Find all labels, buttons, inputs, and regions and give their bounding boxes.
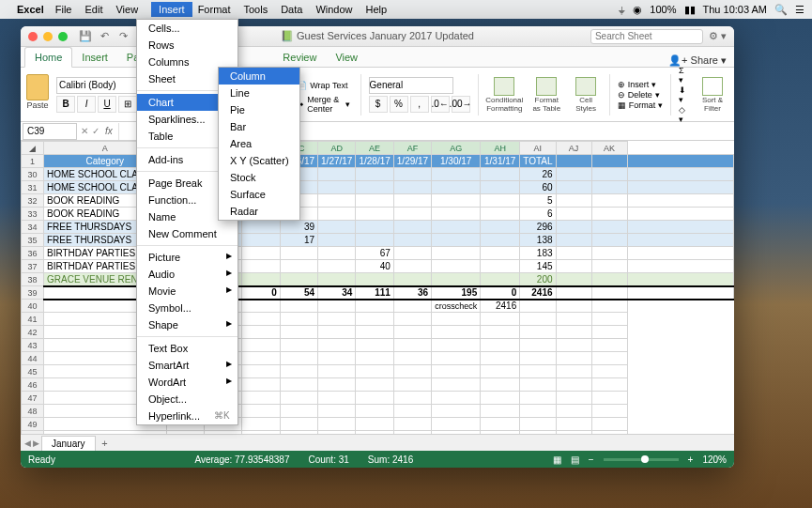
menu-item-shape[interactable]: Shape (137, 316, 237, 333)
table-row[interactable]: 49 (22, 418, 734, 431)
chart-type-radar[interactable]: Radar (219, 203, 299, 220)
underline-button[interactable]: U (98, 96, 116, 113)
format-as-table-button[interactable]: Format as Table (530, 77, 562, 113)
table-row[interactable]: 44 (22, 352, 734, 365)
chart-type-area[interactable]: Area (219, 135, 299, 152)
table-row[interactable]: 36BIRTHDAY PARTIES2767183 (22, 247, 734, 260)
tab-view[interactable]: View (326, 48, 367, 67)
col-header[interactable]: AI (520, 142, 556, 155)
table-row[interactable]: 41 (22, 313, 734, 326)
menu-help[interactable]: Help (366, 4, 388, 15)
table-row[interactable]: 50 (22, 431, 734, 435)
format-cells-button[interactable]: ▦ Format ▾ (618, 100, 664, 110)
menu-item-object[interactable]: Object... (137, 391, 237, 408)
paste-button[interactable]: Paste (26, 74, 49, 115)
col-header[interactable]: AF (393, 142, 431, 155)
view-normal-icon[interactable]: ▦ (553, 454, 561, 465)
menu-item-textbox[interactable]: Text Box (137, 340, 237, 357)
number-format-select[interactable] (369, 77, 453, 94)
chart-type-surface[interactable]: Surface (219, 186, 299, 203)
tab-insert[interactable]: Insert (72, 48, 117, 67)
decrease-decimal-button[interactable]: .00→ (452, 96, 470, 113)
currency-button[interactable]: $ (369, 96, 388, 113)
conditional-formatting-button[interactable]: Conditional Formatting (485, 77, 523, 113)
menu-item-newcomment[interactable]: New Comment (137, 225, 237, 242)
sort-filter-button[interactable]: Sort & Filter (697, 77, 728, 113)
increase-decimal-button[interactable]: .0← (431, 96, 450, 113)
menu-format[interactable]: Format (198, 4, 231, 15)
insert-cells-button[interactable]: ⊕ Insert ▾ (618, 80, 664, 89)
menu-item-picture[interactable]: Picture (137, 249, 237, 266)
zoom-in-button[interactable]: + (688, 454, 694, 465)
table-row[interactable]: 40crosscheck2416 (22, 300, 734, 313)
minimize-button[interactable] (43, 32, 53, 41)
save-icon[interactable]: 💾 (79, 30, 92, 43)
menu-file[interactable]: File (55, 4, 72, 15)
table-row[interactable]: 32BOOK READING5 (22, 194, 734, 208)
tab-review[interactable]: Review (273, 48, 326, 67)
bold-button[interactable]: B (56, 96, 75, 113)
menu-view[interactable]: View (115, 4, 138, 15)
totals-row[interactable]: 39TOTA15160054341113619502416 (22, 286, 734, 300)
menu-item-audio[interactable]: Audio (137, 266, 237, 283)
table-row[interactable]: 31HOME SCHOOL CLASSES60 (22, 181, 734, 194)
table-row[interactable]: 47 (22, 392, 734, 405)
table-row[interactable]: 45 (22, 365, 734, 378)
col-header[interactable]: AK (591, 142, 627, 155)
table-row[interactable]: 34FREE THURSDAYS39296 (22, 221, 734, 234)
tab-home[interactable]: Home (24, 47, 72, 68)
zoom-slider[interactable] (604, 458, 679, 461)
menu-edit[interactable]: Edit (84, 4, 102, 15)
menu-item-movie[interactable]: Movie (137, 283, 237, 300)
name-box[interactable] (23, 123, 77, 140)
clock[interactable]: Thu 10:03 AM (703, 4, 768, 15)
share-button[interactable]: 👤+ Share ▾ (668, 54, 727, 67)
table-row[interactable]: 37BIRTHDAY PARTIES3140145 (22, 260, 734, 273)
app-name[interactable]: Excel (17, 4, 44, 15)
table-row[interactable]: 35FREE THURSDAYS17138 (22, 234, 734, 247)
clear-button[interactable]: ◇ ▾ (679, 105, 689, 124)
table-row[interactable]: 30HOME SCHOOL CLASSES26 (22, 168, 734, 181)
table-row[interactable]: 43 (22, 339, 734, 352)
fill-button[interactable]: ⬇ ▾ (679, 85, 689, 104)
border-button[interactable]: ⊞ (118, 96, 137, 113)
table-row[interactable]: 33BOOK READING6 (22, 208, 734, 221)
chart-type-bar[interactable]: Bar (219, 118, 299, 135)
cancel-icon[interactable]: ✕ (81, 126, 88, 136)
menu-item-wordart[interactable]: WordArt (137, 374, 237, 391)
menu-item-cells[interactable]: Cells... (137, 20, 237, 37)
add-sheet-button[interactable]: + (98, 437, 113, 450)
wifi-icon[interactable]: ⏚ (619, 4, 625, 15)
col-header[interactable]: AE (356, 142, 393, 155)
italic-button[interactable]: I (77, 96, 96, 113)
close-button[interactable] (28, 32, 38, 41)
chart-type-column[interactable]: Column (219, 68, 299, 85)
menu-item-smartart[interactable]: SmartArt (137, 357, 237, 374)
menu-item-hyperlink[interactable]: Hyperlink...⌘K (137, 408, 237, 424)
maximize-button[interactable] (58, 32, 68, 41)
view-pagelayout-icon[interactable]: ▤ (571, 454, 579, 465)
fx-icon[interactable]: fx (105, 126, 113, 136)
menu-data[interactable]: Data (281, 4, 302, 15)
zoom-out-button[interactable]: − (589, 454, 594, 465)
font-family-select[interactable] (56, 77, 141, 94)
col-header[interactable]: AH (481, 142, 520, 155)
confirm-icon[interactable]: ✓ (92, 126, 100, 136)
search-sheet-input[interactable] (590, 29, 703, 44)
sheet-tab-january[interactable]: January (41, 436, 96, 451)
comma-button[interactable]: , (410, 96, 429, 113)
undo-icon[interactable]: ↶ (98, 30, 111, 43)
percent-button[interactable]: % (390, 96, 408, 113)
settings-gear-icon[interactable]: ⚙ ▾ (709, 30, 727, 42)
table-row[interactable]: 46 (22, 378, 734, 392)
menu-insert[interactable]: Insert (151, 2, 192, 17)
autosum-button[interactable]: Σ ▾ (679, 66, 689, 85)
spreadsheet-grid[interactable]: ◢ A Z AA AB AC AD AE AF AG AH AI AJ AK 1… (21, 141, 734, 434)
table-row[interactable]: 48 (22, 405, 734, 418)
zoom-level[interactable]: 120% (702, 454, 727, 465)
menu-window[interactable]: Window (315, 4, 352, 15)
wrap-text-button[interactable]: 📄 Wrap Text (294, 77, 353, 94)
merge-center-button[interactable]: ⬌ Merge & Center ▾ (294, 96, 353, 113)
select-all-corner[interactable]: ◢ (22, 142, 44, 155)
first-sheet-icon[interactable]: ◀ (24, 439, 31, 448)
